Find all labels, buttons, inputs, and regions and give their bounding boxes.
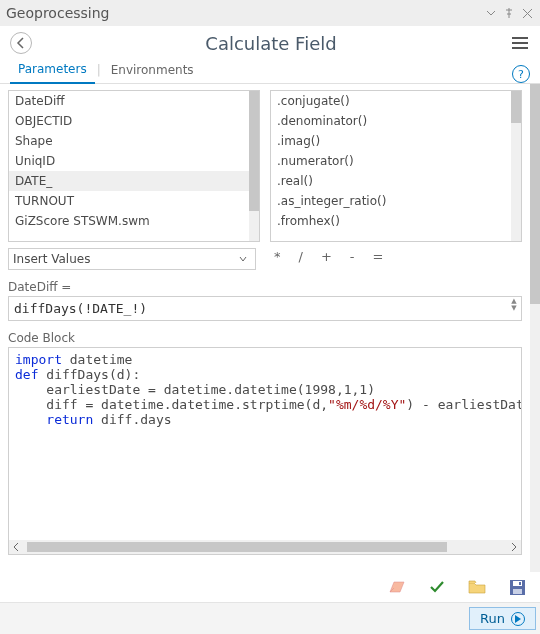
dropdown-label: Insert Values bbox=[13, 252, 235, 266]
help-icon[interactable]: ? bbox=[512, 65, 530, 83]
back-button[interactable] bbox=[10, 32, 32, 54]
operator-button[interactable]: * bbox=[274, 249, 281, 264]
tab-separator: | bbox=[95, 63, 103, 83]
save-icon[interactable] bbox=[508, 578, 526, 596]
list-item[interactable]: .as_integer_ratio() bbox=[271, 191, 511, 211]
fields-listbox[interactable]: DateDiffOBJECTIDShapeUniqIDDATE_TURNOUTG… bbox=[8, 90, 260, 242]
list-item[interactable]: Shape bbox=[9, 131, 249, 151]
dropdown-icon[interactable] bbox=[484, 6, 498, 20]
run-button[interactable]: Run bbox=[469, 607, 536, 630]
check-icon[interactable] bbox=[428, 578, 446, 596]
svg-rect-3 bbox=[519, 582, 521, 585]
insert-values-dropdown[interactable]: Insert Values bbox=[8, 248, 256, 270]
helpers-listbox[interactable]: .conjugate().denominator().imag().numera… bbox=[270, 90, 522, 242]
operators-row: */+-= bbox=[266, 242, 383, 270]
eraser-icon[interactable] bbox=[388, 578, 406, 596]
horizontal-scrollbar[interactable] bbox=[9, 540, 521, 554]
scroll-thumb[interactable] bbox=[27, 542, 447, 552]
list-item[interactable]: UniqID bbox=[9, 151, 249, 171]
tab-environments[interactable]: Environments bbox=[103, 59, 202, 83]
operator-button[interactable]: + bbox=[321, 249, 332, 264]
list-item[interactable]: .numerator() bbox=[271, 151, 511, 171]
list-item[interactable]: .imag() bbox=[271, 131, 511, 151]
panel-title: Geoprocessing bbox=[6, 5, 484, 21]
pin-icon[interactable] bbox=[502, 6, 516, 20]
operator-button[interactable]: / bbox=[299, 249, 303, 264]
tool-name: Calculate Field bbox=[32, 33, 510, 54]
content-scrollbar[interactable] bbox=[530, 84, 540, 572]
content-area: DateDiffOBJECTIDShapeUniqIDDATE_TURNOUTG… bbox=[0, 84, 540, 572]
list-item[interactable]: DateDiff bbox=[9, 91, 249, 111]
list-item[interactable]: TURNOUT bbox=[9, 191, 249, 211]
hamburger-icon[interactable] bbox=[510, 33, 530, 53]
action-bar bbox=[0, 572, 540, 602]
footer: Run bbox=[0, 602, 540, 634]
list-item[interactable]: DATE_ bbox=[9, 171, 249, 191]
tab-parameters[interactable]: Parameters bbox=[10, 58, 95, 84]
expression-input[interactable] bbox=[8, 296, 522, 321]
run-label: Run bbox=[480, 611, 505, 626]
tab-bar: Parameters | Environments ? bbox=[0, 60, 540, 84]
tool-toolbar: Calculate Field bbox=[0, 26, 540, 60]
svg-rect-2 bbox=[513, 589, 522, 594]
operator-button[interactable]: = bbox=[373, 249, 384, 264]
code-block[interactable]: import datetime def diffDays(d): earlies… bbox=[8, 347, 522, 555]
expression-label: DateDiff = bbox=[8, 280, 522, 294]
codeblock-label: Code Block bbox=[8, 331, 522, 345]
operator-button[interactable]: - bbox=[350, 249, 355, 264]
panel-header: Geoprocessing bbox=[0, 0, 540, 26]
folder-icon[interactable] bbox=[468, 578, 486, 596]
scrollbar[interactable] bbox=[249, 91, 259, 241]
list-item[interactable]: .denominator() bbox=[271, 111, 511, 131]
scrollbar[interactable] bbox=[511, 91, 521, 241]
stepper[interactable]: ▲ ▼ bbox=[508, 298, 520, 312]
scroll-right-icon[interactable] bbox=[507, 540, 521, 554]
step-down-icon[interactable]: ▼ bbox=[508, 305, 520, 312]
list-item[interactable]: .real() bbox=[271, 171, 511, 191]
code-text[interactable]: import datetime def diffDays(d): earlies… bbox=[9, 348, 521, 540]
list-item[interactable]: .conjugate() bbox=[271, 91, 511, 111]
play-icon bbox=[511, 612, 525, 626]
close-icon[interactable] bbox=[520, 6, 534, 20]
list-item[interactable]: GiZScore STSWM.swm bbox=[9, 211, 249, 231]
chevron-down-icon bbox=[235, 252, 251, 266]
scroll-left-icon[interactable] bbox=[9, 540, 23, 554]
list-item[interactable]: .fromhex() bbox=[271, 211, 511, 231]
list-item[interactable]: OBJECTID bbox=[9, 111, 249, 131]
